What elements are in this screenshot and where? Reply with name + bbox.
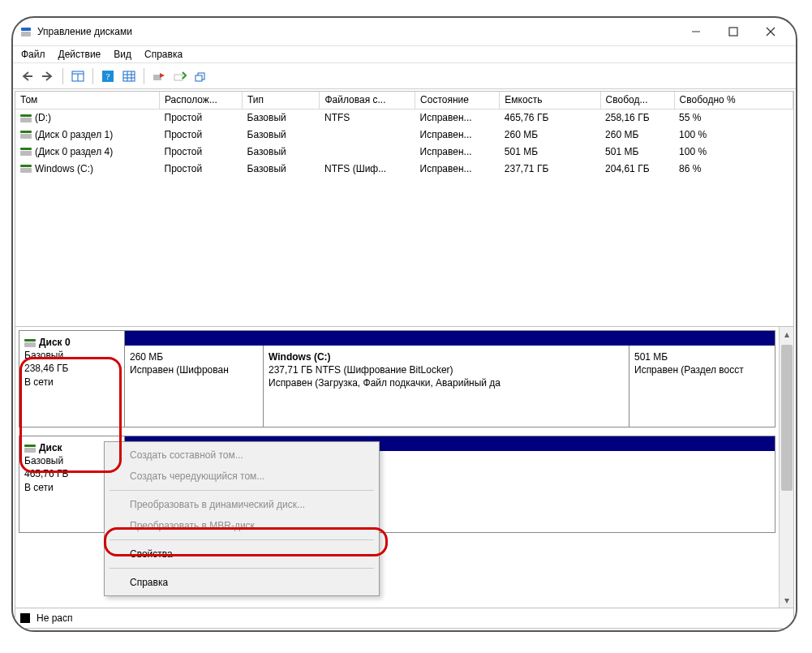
scrollbar-up-icon[interactable]: ▴ [780, 327, 793, 342]
forward-button[interactable] [39, 67, 57, 85]
col-free[interactable]: Свобод... [600, 92, 674, 109]
disk-icon [24, 339, 36, 347]
action-3-button[interactable] [192, 67, 210, 85]
grid-button[interactable] [120, 67, 138, 85]
ctx-new-spanned: Создать составной том... [107, 445, 376, 466]
col-type[interactable]: Тип [243, 92, 320, 109]
col-volume[interactable]: Том [15, 92, 160, 109]
disk-0-title-bar [125, 331, 775, 346]
window-title: Управление дисками [37, 26, 677, 37]
volume-icon [20, 165, 32, 173]
col-filesystem[interactable]: Файловая с... [320, 92, 415, 109]
scrollbar-thumb[interactable] [781, 345, 793, 491]
statusbar: Не расп [15, 608, 793, 628]
menu-help[interactable]: Справка [140, 46, 187, 62]
app-icon [19, 25, 32, 38]
context-menu[interactable]: Создать составной том... Создать чередую… [104, 441, 380, 596]
ctx-new-striped: Создать чередующийся том... [107, 466, 376, 487]
toolbar: ? [13, 63, 796, 89]
table-row[interactable]: Windows (C:)ПростойБазовыйNTFS (Шиф...Ис… [15, 160, 793, 177]
disk-0-row[interactable]: Диск 0 Базовый 238,46 ГБ В сети 260 МБ И… [19, 330, 775, 427]
ctx-convert-dynamic: Преобразовать в динамический диск... [107, 494, 376, 515]
legend-unallocated-icon [20, 613, 30, 623]
action-2-button[interactable] [171, 67, 189, 85]
volume-icon [20, 148, 32, 156]
back-button[interactable] [18, 67, 36, 85]
close-button[interactable] [752, 18, 789, 45]
svg-rect-15 [174, 75, 183, 80]
col-capacity[interactable]: Емкость [500, 92, 600, 109]
svg-text:?: ? [106, 71, 110, 81]
volume-icon [20, 131, 32, 139]
svg-rect-1 [729, 28, 737, 36]
table-row[interactable]: (D:)ПростойБазовыйNTFSИсправен...465,76 … [15, 109, 793, 126]
scrollbar-down-icon[interactable]: ▾ [780, 593, 793, 608]
ctx-convert-mbr: Преобразовать в MBR-диск [107, 515, 376, 536]
col-status[interactable]: Состояние [415, 92, 500, 109]
view-columns-button[interactable] [69, 67, 87, 85]
partition[interactable]: 260 МБ Исправен (Шифрован [125, 346, 263, 427]
help-button[interactable]: ? [99, 67, 117, 85]
menu-file[interactable]: Файл [16, 46, 50, 62]
menu-action[interactable]: Действие [54, 46, 106, 62]
disk-0-header[interactable]: Диск 0 Базовый 238,46 ГБ В сети [19, 331, 125, 427]
svg-rect-17 [195, 75, 202, 81]
volume-list-pane: Том Располож... Тип Файловая с... Состоя… [15, 92, 793, 327]
table-row[interactable]: (Диск 0 раздел 1)ПростойБазовыйИсправен.… [15, 126, 793, 143]
table-row[interactable]: (Диск 0 раздел 4)ПростойБазовыйИсправен.… [15, 143, 793, 160]
table-header-row: Том Располож... Тип Файловая с... Состоя… [15, 92, 793, 109]
volume-icon [20, 114, 32, 122]
menu-view[interactable]: Вид [109, 46, 136, 62]
partition[interactable]: 501 МБ Исправен (Раздел восст [629, 346, 775, 427]
partition[interactable]: Windows (C:) 237,71 ГБ NTFS (Шифрование … [263, 346, 629, 427]
scrollbar-vertical[interactable]: ▴ ▾ [779, 327, 793, 608]
action-1-button[interactable] [150, 67, 168, 85]
ctx-properties[interactable]: Свойства [107, 543, 376, 565]
menubar: Файл Действие Вид Справка [13, 45, 796, 63]
disk-icon [24, 445, 36, 453]
minimize-button[interactable] [677, 18, 715, 45]
volume-table: Том Располож... Тип Файловая с... Состоя… [15, 92, 793, 177]
maximize-button[interactable] [715, 18, 752, 45]
titlebar: Управление дисками [13, 18, 796, 45]
legend-unallocated-label: Не расп [37, 612, 73, 624]
col-layout[interactable]: Располож... [160, 92, 243, 109]
svg-rect-9 [123, 71, 135, 81]
col-freepct[interactable]: Свободно % [674, 92, 793, 109]
ctx-help[interactable]: Справка [107, 572, 376, 593]
